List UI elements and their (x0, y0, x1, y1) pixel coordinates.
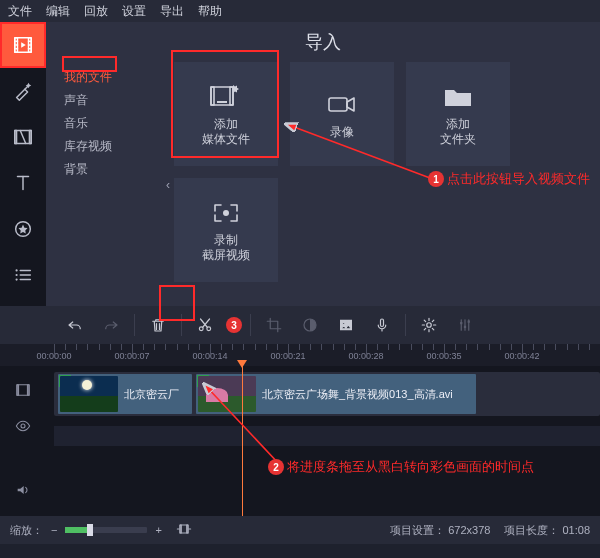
sidebar-effects[interactable] (0, 68, 46, 114)
left-sidebar (0, 22, 46, 306)
svg-line-13 (20, 131, 26, 144)
svg-rect-11 (15, 131, 17, 144)
annotation-badge-3: 3 (226, 317, 242, 333)
category-list: 我的文件 声音 音乐 库存视频 背景 ‹ (46, 58, 166, 306)
tile-grid: 添加媒体文件 录像 添加文件夹 录制截屏视频 (166, 58, 600, 306)
category-stock-video[interactable]: 库存视频 (64, 135, 166, 158)
svg-rect-25 (211, 87, 214, 105)
mic-button[interactable] (367, 310, 397, 340)
svg-point-18 (15, 269, 17, 271)
tile-record-video[interactable]: 录像 (290, 62, 394, 166)
sidebar-titles[interactable] (0, 160, 46, 206)
equalizer-button[interactable] (450, 310, 480, 340)
svg-point-34 (343, 322, 345, 324)
svg-rect-44 (17, 385, 19, 396)
ruler-label: 00:00:14 (192, 351, 227, 361)
ruler-label: 00:00:00 (36, 351, 71, 361)
sidebar-transitions[interactable] (0, 114, 46, 160)
playhead[interactable] (242, 366, 243, 516)
svg-marker-17 (18, 224, 27, 233)
svg-rect-12 (29, 131, 31, 144)
ruler-label: 00:00:07 (114, 351, 149, 361)
tile-label: 添加媒体文件 (202, 117, 250, 147)
svg-marker-9 (21, 42, 26, 48)
zoom-in-icon[interactable]: + (155, 524, 161, 536)
cut-button[interactable] (190, 310, 220, 340)
sidebar-import[interactable] (0, 22, 46, 68)
svg-rect-48 (180, 525, 181, 533)
project-length-value: 01:08 (562, 524, 590, 536)
category-music[interactable]: 音乐 (64, 112, 166, 135)
undo-button[interactable] (60, 310, 90, 340)
svg-point-20 (15, 274, 17, 276)
clip-thumbnail (198, 376, 256, 412)
project-settings-label: 项目设置： (390, 524, 445, 536)
tile-add-folder[interactable]: 添加文件夹 (406, 62, 510, 166)
project-settings-value: 672x378 (448, 524, 490, 536)
chevron-left-icon[interactable]: ‹ (166, 178, 170, 192)
status-bar: 缩放： − + 项目设置： 672x378 项目长度： 01:08 (0, 516, 600, 544)
redo-button[interactable] (96, 310, 126, 340)
category-my-files[interactable]: 我的文件 (64, 66, 166, 89)
svg-rect-27 (217, 101, 227, 103)
menu-edit[interactable]: 编辑 (46, 3, 70, 20)
svg-point-36 (427, 323, 432, 328)
audio-track-icon[interactable] (15, 438, 31, 508)
svg-rect-41 (464, 326, 466, 328)
crop-button[interactable] (259, 310, 289, 340)
menu-export[interactable]: 导出 (160, 3, 184, 20)
audio-track[interactable] (54, 426, 600, 446)
svg-rect-45 (28, 385, 30, 396)
zoom-label: 缩放： (10, 523, 43, 538)
menu-bar: 文件 编辑 回放 设置 导出 帮助 (0, 0, 600, 22)
fit-timeline-icon[interactable] (176, 523, 192, 537)
ruler-label: 00:00:42 (504, 351, 539, 361)
zoom-slider[interactable] (65, 527, 147, 533)
sidebar-more[interactable] (0, 252, 46, 298)
svg-rect-42 (468, 321, 470, 323)
delete-button[interactable] (143, 310, 173, 340)
timeline-body[interactable]: ★ 北京密云厂 ★ 北京密云广场舞_背景视频013_高清.avi (46, 366, 600, 516)
svg-point-46 (21, 424, 25, 428)
menu-settings[interactable]: 设置 (122, 3, 146, 20)
svg-rect-35 (381, 319, 384, 327)
tile-label: 录像 (330, 125, 354, 140)
ruler-label: 00:00:35 (426, 351, 461, 361)
menu-file[interactable]: 文件 (8, 3, 32, 20)
svg-point-22 (15, 278, 17, 280)
clip-1[interactable]: ★ 北京密云厂 (58, 374, 192, 414)
clip-title: 北京密云厂 (124, 387, 179, 402)
clip-2[interactable]: ★ 北京密云广场舞_背景视频013_高清.avi (196, 374, 476, 414)
color-adjust-button[interactable] (295, 310, 325, 340)
svg-rect-49 (187, 525, 188, 533)
video-track-icon[interactable] (14, 366, 32, 414)
svg-rect-28 (329, 98, 347, 111)
category-sound[interactable]: 声音 (64, 89, 166, 112)
menu-playback[interactable]: 回放 (84, 3, 108, 20)
video-track[interactable]: ★ 北京密云厂 ★ 北京密云广场舞_背景视频013_高清.avi (54, 372, 600, 416)
clip-title: 北京密云广场舞_背景视频013_高清.avi (262, 387, 453, 402)
svg-point-29 (223, 210, 229, 216)
ruler-label: 00:00:28 (348, 351, 383, 361)
svg-rect-26 (230, 87, 233, 105)
panel-title: 导入 (46, 22, 600, 58)
timeline: ★ 北京密云厂 ★ 北京密云广场舞_背景视频013_高清.avi (0, 366, 600, 516)
settings-button[interactable] (414, 310, 444, 340)
project-length-label: 项目长度： (504, 524, 559, 536)
tile-screen-capture[interactable]: 录制截屏视频 (174, 178, 278, 282)
zoom-out-icon[interactable]: − (51, 524, 57, 536)
menu-help[interactable]: 帮助 (198, 3, 222, 20)
tile-label: 添加文件夹 (440, 117, 476, 147)
svg-rect-40 (460, 322, 462, 324)
category-background[interactable]: 背景 (64, 158, 166, 181)
timeline-ruler[interactable]: 00:00:0000:00:0700:00:1400:00:2100:00:28… (0, 344, 600, 366)
ruler-label: 00:00:21 (270, 351, 305, 361)
import-panel: 导入 我的文件 声音 音乐 库存视频 背景 ‹ 添加媒体文件 录像 (46, 22, 600, 306)
image-button[interactable] (331, 310, 361, 340)
tile-add-media[interactable]: 添加媒体文件 (174, 62, 278, 166)
clip-thumbnail (60, 376, 118, 412)
tile-label: 录制截屏视频 (202, 233, 250, 263)
timeline-toolbar: 3 (0, 306, 600, 344)
track-visibility-icon[interactable] (15, 414, 31, 438)
sidebar-stickers[interactable] (0, 206, 46, 252)
